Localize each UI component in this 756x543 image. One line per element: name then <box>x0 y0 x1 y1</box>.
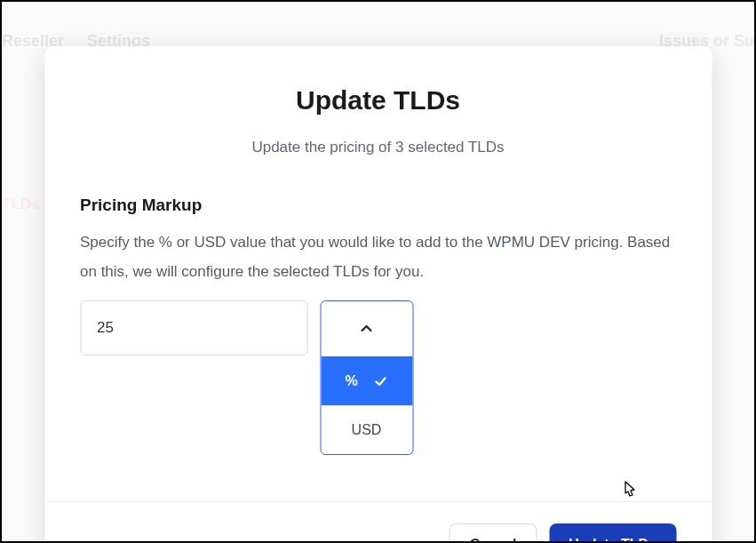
dropdown-toggle[interactable] <box>321 301 412 356</box>
dropdown-option-usd[interactable]: USD <box>321 405 412 454</box>
check-icon <box>374 374 388 388</box>
pricing-markup-desc: Specify the % or USD value that you woul… <box>80 228 676 286</box>
input-row: % USD <box>80 300 676 455</box>
cancel-button[interactable]: Cancel <box>450 523 537 543</box>
modal-title: Update TLDs <box>80 85 676 116</box>
update-tlds-modal: Update TLDs Update the pricing of 3 sele… <box>44 46 712 543</box>
modal-footer: Cancel Update TLDs <box>44 501 712 543</box>
modal-subtitle: Update the pricing of 3 selected TLDs <box>80 139 676 156</box>
markup-value-input[interactable] <box>80 300 307 355</box>
dropdown-option-label: % <box>345 373 357 389</box>
dropdown-option-percent[interactable]: % <box>321 356 412 405</box>
markup-unit-dropdown[interactable]: % USD <box>320 300 413 455</box>
modal-body: Update TLDs Update the pricing of 3 sele… <box>44 46 712 464</box>
update-tlds-button[interactable]: Update TLDs <box>549 523 676 543</box>
pricing-markup-label: Pricing Markup <box>80 196 676 215</box>
chevron-up-icon <box>360 322 374 336</box>
dropdown-option-label: USD <box>352 422 382 438</box>
